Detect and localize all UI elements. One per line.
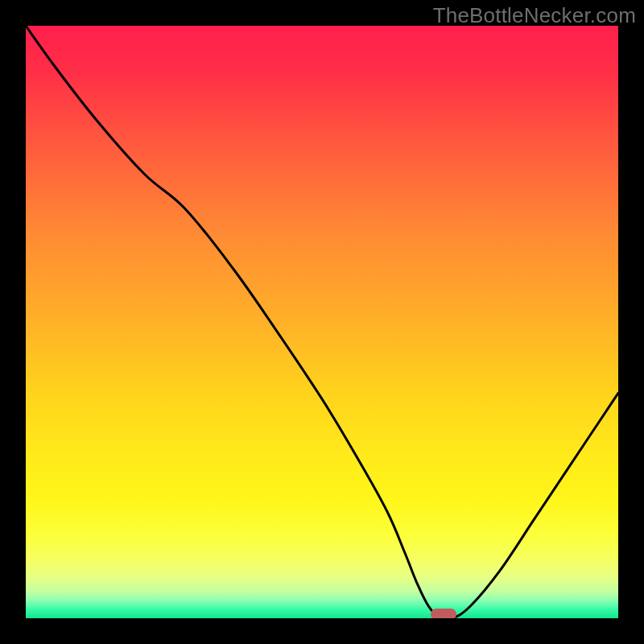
watermark-text: TheBottleNecker.com [433,3,636,28]
bottleneck-curve [26,26,618,618]
optimal-point-marker [431,609,456,618]
curve-svg [26,26,618,618]
plot-area [26,26,618,618]
figure-frame: TheBottleNecker.com [0,0,644,644]
